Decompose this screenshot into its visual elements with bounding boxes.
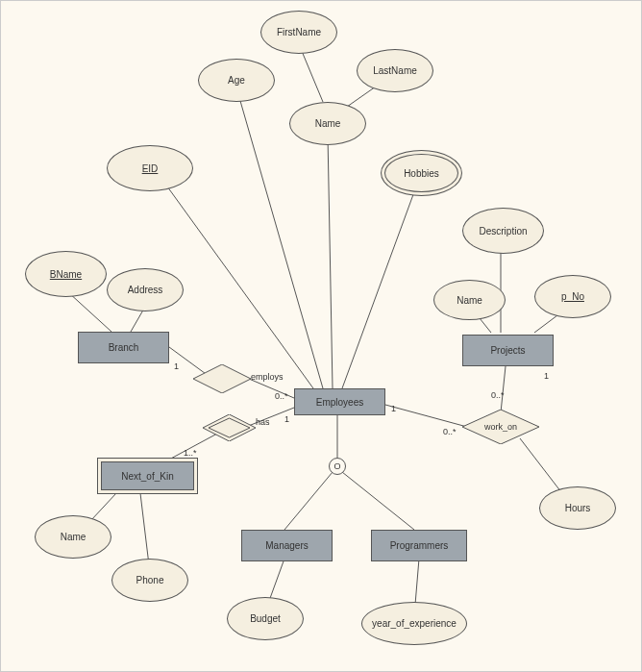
attr-label: Age (228, 75, 245, 86)
card-workon-proj: 0..* (491, 390, 505, 400)
card-emp-has: 1 (284, 414, 289, 424)
svg-line-14 (385, 405, 467, 427)
attr-budget: Budget (227, 597, 304, 640)
attr-address: Address (107, 268, 184, 311)
attr-label: Description (479, 226, 527, 236)
rel-has-label: has (256, 417, 270, 427)
card-has-nok: 1..* (184, 448, 197, 458)
attr-label: LastName (373, 65, 417, 76)
rel-work-on: work_on (462, 410, 539, 444)
inheritance-label: O (333, 461, 340, 471)
entity-label: Employees (316, 397, 363, 408)
attr-label: FirstName (277, 27, 321, 37)
rel-employs-label: employs (251, 372, 284, 382)
svg-line-9 (342, 179, 419, 388)
entity-label: Next_of_Kin (121, 471, 173, 482)
attr-label: Name (61, 532, 86, 542)
inheritance-symbol: O (329, 458, 346, 475)
attr-lastname: LastName (357, 49, 433, 92)
entity-employees: Employees (294, 388, 385, 415)
card-employs-emp: 0..* (275, 391, 288, 401)
attr-label: p_No (561, 291, 584, 302)
attr-label: Hobbies (404, 168, 439, 179)
svg-line-22 (342, 472, 414, 530)
attr-description: Description (462, 208, 544, 254)
attr-label: Hours (565, 503, 591, 513)
attr-label: Budget (250, 613, 281, 624)
attr-bname: BName (25, 251, 107, 297)
svg-line-6 (328, 136, 333, 388)
entity-branch: Branch (78, 332, 169, 363)
entity-label: Branch (109, 342, 139, 353)
attr-pno: p_No (534, 275, 611, 318)
entity-next-of-kin: Next_of_Kin (97, 458, 198, 494)
entity-projects: Projects (462, 335, 554, 366)
attr-label: year_of_experience (372, 618, 457, 629)
attr-emp-name: Name (289, 102, 366, 145)
svg-marker-25 (193, 364, 251, 393)
entity-label: Projects (490, 345, 525, 356)
attr-label: Address (128, 285, 163, 295)
entity-label: Managers (265, 540, 308, 551)
card-proj-workon: 1 (544, 371, 549, 381)
attr-eid: EID (107, 145, 193, 191)
attr-year-exp: year_of_experience (361, 602, 467, 645)
attr-phone: Phone (111, 559, 188, 602)
entity-programmers: Programmers (371, 530, 467, 561)
attr-nok-name: Name (35, 515, 111, 559)
attr-hours: Hours (539, 486, 616, 530)
attr-label: BName (50, 269, 82, 280)
er-diagram-canvas: FirstName LastName Age Name EID Hobbies … (0, 0, 642, 672)
attr-hobbies: Hobbies (381, 150, 462, 196)
card-emp-workon: 1 (391, 404, 396, 413)
entity-managers: Managers (241, 530, 333, 561)
rel-employs (193, 364, 251, 393)
svg-line-0 (68, 292, 111, 332)
card-branch-employs: 1 (174, 361, 179, 371)
attr-label: Phone (136, 575, 164, 585)
svg-line-21 (284, 472, 333, 530)
entity-label: Programmers (390, 540, 449, 551)
attr-firstname: FirstName (260, 11, 337, 54)
attr-label: Name (315, 118, 341, 129)
attr-age: Age (198, 59, 275, 102)
svg-line-15 (501, 366, 506, 412)
attr-proj-name: Name (433, 280, 506, 320)
rel-has (203, 414, 256, 441)
card-workon-emp: 0..* (443, 427, 457, 436)
rel-label: work_on (484, 422, 517, 432)
attr-label: Name (457, 295, 482, 306)
attr-label: EID (142, 163, 159, 174)
